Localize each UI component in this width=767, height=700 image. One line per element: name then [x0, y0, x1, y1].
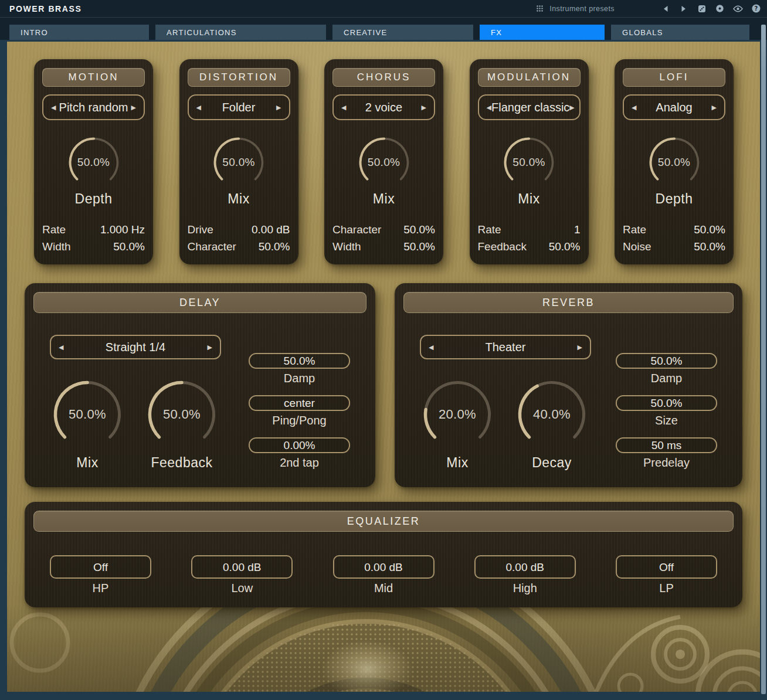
reverb-mix-knob[interactable]: 20.0%	[421, 378, 494, 451]
modulation-type-selector[interactable]: ◀ Flanger classic ▶	[478, 94, 581, 120]
eye-icon[interactable]	[733, 4, 743, 13]
tab-intro[interactable]: INTRO	[9, 25, 149, 40]
instrument-presets-button[interactable]: Instrument presets	[535, 4, 615, 13]
distortion-next-icon[interactable]: ▶	[276, 104, 281, 111]
delay-damp-value[interactable]: 50.0%	[249, 353, 350, 369]
preset-prev-icon[interactable]	[660, 4, 670, 13]
chorus-width-value[interactable]: 50.0%	[403, 240, 435, 253]
delay-fields: 50.0% Damp center Ping/Pong 0.00% 2nd ta…	[249, 353, 350, 480]
titlebar: POWER BRASS Instrument presets	[0, 0, 767, 18]
motion-depth-knob[interactable]: 50.0%	[67, 135, 121, 189]
lofi-header-button[interactable]: LOFI	[623, 68, 725, 87]
distortion-type-selector[interactable]: ◀ Folder ▶	[188, 94, 290, 120]
lofi-prev-icon[interactable]: ◀	[632, 104, 636, 111]
eq-mid-band: 0.00 dB Mid	[333, 555, 435, 595]
field-label: Damp	[616, 372, 717, 385]
delay-feedback-group: 50.0% Feedback	[145, 378, 218, 471]
motion-prev-icon[interactable]: ◀	[51, 104, 56, 111]
chorus-next-icon[interactable]: ▶	[422, 104, 426, 111]
lofi-noise-value[interactable]: 50.0%	[694, 240, 725, 253]
eq-high-band: 0.00 dB High	[474, 555, 576, 595]
distortion-character-value[interactable]: 50.0%	[259, 240, 290, 253]
modulation-panel: MODULATION ◀ Flanger classic ▶ 50.0% Mix…	[470, 59, 589, 264]
reverb-type-selector[interactable]: ◀ Theater ▶	[420, 335, 591, 359]
distortion-prev-icon[interactable]: ◀	[196, 104, 201, 111]
delay-prev-icon[interactable]: ◀	[59, 344, 63, 351]
lofi-depth-knob[interactable]: 50.0%	[647, 135, 701, 189]
distortion-mix-knob[interactable]: 50.0%	[212, 135, 266, 189]
param-label: Rate	[42, 223, 66, 236]
dice-random-icon[interactable]	[697, 4, 707, 13]
delay-knobs: 50.0% Mix 50.0% Feedback	[51, 378, 236, 471]
lofi-next-icon[interactable]: ▶	[712, 104, 717, 111]
field-label: 2nd tap	[249, 456, 350, 470]
modulation-feedback-value[interactable]: 50.0%	[549, 240, 581, 253]
motion-type-selector[interactable]: ◀ Pitch random ▶	[42, 94, 145, 120]
help-icon[interactable]: ?	[751, 4, 761, 13]
chorus-prev-icon[interactable]: ◀	[341, 104, 346, 111]
knob-value: 40.0%	[515, 378, 588, 451]
target-dot-icon[interactable]	[715, 4, 725, 13]
grid-dots-icon	[535, 4, 545, 13]
knob-label: Mix	[332, 191, 435, 207]
reverb-next-icon[interactable]: ▶	[578, 344, 582, 351]
delay-pingpong-value[interactable]: center	[249, 395, 350, 411]
reverb-decay-knob[interactable]: 40.0%	[515, 378, 588, 451]
delay-panel: DELAY ◀ Straight 1/4 ▶ 50.0%	[25, 283, 375, 487]
modulation-next-icon[interactable]: ▶	[569, 104, 574, 111]
chorus-mix-knob[interactable]: 50.0%	[357, 135, 411, 189]
delay-next-icon[interactable]: ▶	[208, 344, 212, 351]
reverb-size-value[interactable]: 50.0%	[616, 395, 717, 411]
chorus-type-selector[interactable]: ◀ 2 voice ▶	[332, 94, 435, 120]
motion-params: Rate 1.000 Hz Width 50.0%	[42, 221, 145, 255]
param-label: Width	[332, 240, 361, 253]
reverb-body: ◀ Theater ▶ 20.0% Mix	[403, 313, 734, 480]
motion-next-icon[interactable]: ▶	[131, 104, 136, 111]
tab-creative[interactable]: CREATIVE	[332, 25, 473, 40]
motion-width-value[interactable]: 50.0%	[113, 240, 145, 253]
eq-mid-value[interactable]: 0.00 dB	[333, 555, 435, 579]
eq-hp-value[interactable]: Off	[50, 555, 151, 579]
delay-header-button[interactable]: DELAY	[33, 292, 366, 313]
eq-high-value[interactable]: 0.00 dB	[474, 555, 576, 579]
preset-next-icon[interactable]	[678, 4, 688, 13]
motion-panel: MOTION ◀ Pitch random ▶ 50.0% Depth Rate…	[34, 59, 153, 264]
param-label: Character	[188, 240, 236, 253]
tab-globals[interactable]: GLOBALS	[611, 25, 749, 40]
modulation-prev-icon[interactable]: ◀	[487, 104, 491, 111]
scrollbar[interactable]	[761, 25, 766, 694]
modulation-mix-knob[interactable]: 50.0%	[502, 135, 556, 189]
lofi-type-selector[interactable]: ◀ Analog ▶	[623, 94, 725, 120]
motion-type-value: Pitch random	[56, 101, 131, 114]
modulation-header-button[interactable]: MODULATION	[478, 68, 581, 87]
delay-mix-knob[interactable]: 50.0%	[51, 378, 124, 451]
equalizer-panel: EQUALIZER Off HP 0.00 dB Low 0.00 dB Mid…	[25, 502, 742, 607]
tab-fx[interactable]: FX	[480, 25, 605, 40]
tab-articulations[interactable]: ARTICULATIONS	[155, 25, 326, 40]
field-label: Predelay	[616, 456, 717, 470]
distortion-header-button[interactable]: DISTORTION	[188, 68, 290, 87]
knob-label: Mix	[188, 191, 290, 207]
eq-low-band: 0.00 dB Low	[191, 555, 293, 595]
chorus-header-button[interactable]: CHORUS	[332, 68, 435, 87]
eq-low-value[interactable]: 0.00 dB	[191, 555, 293, 579]
eq-lp-value[interactable]: Off	[616, 555, 717, 579]
delay-mode-selector[interactable]: ◀ Straight 1/4 ▶	[50, 335, 221, 359]
lofi-rate-value[interactable]: 50.0%	[694, 223, 725, 236]
fx-mid-row: DELAY ◀ Straight 1/4 ▶ 50.0%	[25, 283, 742, 487]
motion-rate-value[interactable]: 1.000 Hz	[100, 223, 145, 236]
distortion-drive-value[interactable]: 0.00 dB	[252, 223, 290, 236]
delay-2ndtap-value[interactable]: 0.00%	[249, 437, 350, 453]
reverb-type-value: Theater	[433, 341, 577, 354]
reverb-damp-value[interactable]: 50.0%	[616, 353, 717, 369]
modulation-rate-value[interactable]: 1	[574, 223, 581, 236]
reverb-prev-icon[interactable]: ◀	[429, 344, 433, 351]
equalizer-header-button[interactable]: EQUALIZER	[33, 511, 734, 532]
motion-header-button[interactable]: MOTION	[42, 68, 145, 87]
chorus-character-value[interactable]: 50.0%	[403, 223, 435, 236]
reverb-predelay-value[interactable]: 50 ms	[616, 437, 717, 453]
knob-label: Decay	[515, 455, 588, 471]
reverb-header-button[interactable]: REVERB	[403, 292, 734, 313]
delay-feedback-knob[interactable]: 50.0%	[145, 378, 218, 451]
delay-2ndtap-group: 0.00% 2nd tap	[249, 437, 350, 470]
